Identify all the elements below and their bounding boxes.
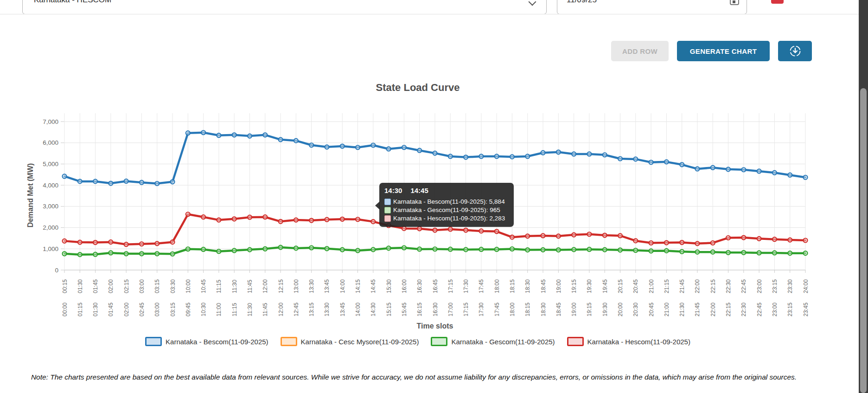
x-tick-label-start: 13:45 xyxy=(339,303,346,316)
x-tick-label-end: 22:45 xyxy=(740,279,747,293)
x-tick-label-end: 11:45 xyxy=(247,280,253,293)
data-point xyxy=(711,166,715,170)
data-point xyxy=(603,248,607,252)
x-tick-label-start: 11:15 xyxy=(231,303,238,316)
legend-label: Karnataka - Cesc Mysore(11-09-2025) xyxy=(301,338,419,346)
tooltip-swatch xyxy=(384,199,391,205)
data-point xyxy=(232,217,236,221)
data-point xyxy=(572,152,576,156)
data-point xyxy=(340,248,345,252)
x-tick-label-start: 01:45 xyxy=(108,303,114,316)
generate-chart-button[interactable]: GENERATE CHART xyxy=(677,41,770,61)
x-tick-label-end: 03:15 xyxy=(154,279,160,293)
x-tick-label-end: 21:15 xyxy=(664,279,670,293)
legend-item[interactable]: Karnataka - Gescom(11-09-2025) xyxy=(431,337,555,346)
x-tick-label-end: 18:00 xyxy=(494,279,500,293)
state-distributor-select[interactable]: Karnataka - HESCOM xyxy=(22,0,547,14)
data-point xyxy=(788,251,792,255)
x-tick-label-end: 03:00 xyxy=(139,279,145,293)
legend-swatch xyxy=(567,337,584,346)
data-point xyxy=(572,247,576,251)
data-point xyxy=(587,232,591,236)
data-point xyxy=(309,143,313,147)
data-point xyxy=(495,247,499,251)
x-tick-label-end: 11:15 xyxy=(216,280,222,293)
tooltip-rows: Karnataka - Bescom(11-09-2025): 5,884Kar… xyxy=(384,198,509,223)
data-point xyxy=(371,247,375,251)
x-tick-label-start: 15:15 xyxy=(386,303,392,316)
x-tick-label-start: 15:45 xyxy=(401,303,408,316)
data-point xyxy=(124,179,128,183)
data-point xyxy=(248,134,252,138)
data-point xyxy=(772,171,777,175)
x-tick-label-end: 16:30 xyxy=(416,279,423,293)
data-point xyxy=(78,179,82,183)
tooltip-row: Karnataka - Bescom(11-09-2025): 5,884 xyxy=(384,198,509,206)
x-tick-label-end: 14:00 xyxy=(339,279,346,293)
x-tick-label-start: 03:00 xyxy=(154,303,160,316)
chart-legend: Karnataka - Bescom(11-09-2025)Karnataka … xyxy=(0,337,836,346)
x-tick-label-start: 23:00 xyxy=(772,303,778,316)
data-point xyxy=(325,145,329,149)
x-tick-label-start: 18:15 xyxy=(524,303,531,316)
data-point xyxy=(726,236,730,240)
data-point xyxy=(309,219,313,223)
x-tick-label-end: 14:15 xyxy=(355,279,361,293)
data-point xyxy=(433,228,437,232)
data-point xyxy=(649,241,653,245)
tooltip-row: Karnataka - Gescom(11-09-2025): 965 xyxy=(384,206,509,214)
data-point xyxy=(448,247,453,251)
data-point xyxy=(556,150,561,154)
x-tick-label-end: 19:00 xyxy=(555,279,562,293)
data-point xyxy=(387,147,391,151)
data-point xyxy=(63,239,67,243)
x-tick-label-start: 21:30 xyxy=(679,303,685,316)
data-point xyxy=(695,167,699,171)
scrollbar-thumb[interactable] xyxy=(860,88,867,393)
add-row-button[interactable]: ADD ROW xyxy=(611,41,669,61)
data-point xyxy=(804,238,808,243)
series-line xyxy=(64,133,805,184)
data-point xyxy=(479,247,483,251)
data-point xyxy=(603,233,607,238)
series-line xyxy=(64,247,805,255)
tooltip-time-range: 14:3014:45 xyxy=(384,187,509,194)
data-point xyxy=(263,247,267,251)
data-point xyxy=(356,145,360,149)
y-tick-label: 3,000 xyxy=(43,203,58,210)
x-tick-label-end: 21:00 xyxy=(648,279,655,293)
data-point xyxy=(93,252,97,257)
chevron-down-icon xyxy=(529,0,536,6)
scrollbar-track[interactable] xyxy=(859,0,868,393)
x-tick-label-start: 12:45 xyxy=(293,303,300,316)
calendar-icon[interactable] xyxy=(730,0,739,5)
legend-item[interactable]: Karnataka - Cesc Mysore(11-09-2025) xyxy=(281,337,419,346)
legend-item[interactable]: Karnataka - Bescom(11-09-2025) xyxy=(145,337,268,346)
legend-label: Karnataka - Hescom(11-09-2025) xyxy=(587,338,690,346)
x-tick-label-start: 17:15 xyxy=(463,303,469,316)
data-point xyxy=(464,247,468,251)
data-point xyxy=(294,246,298,250)
x-tick-label-end: 17:45 xyxy=(478,279,485,293)
date-input[interactable]: 11/09/25 xyxy=(557,0,747,14)
data-point xyxy=(618,248,622,252)
data-point xyxy=(649,160,653,164)
y-tick-label: 1,000 xyxy=(43,245,58,252)
x-tick-label-end: 23:00 xyxy=(756,279,763,293)
data-point xyxy=(186,212,190,216)
delete-row-button[interactable] xyxy=(771,0,784,4)
x-tick-label-end: 19:30 xyxy=(586,279,593,293)
x-tick-label-start: 14:00 xyxy=(355,303,361,316)
data-point xyxy=(325,246,329,251)
data-point xyxy=(711,250,715,254)
legend-item[interactable]: Karnataka - Hescom(11-09-2025) xyxy=(567,337,690,346)
data-point xyxy=(633,238,638,243)
x-tick-label-start: 19:00 xyxy=(571,303,577,316)
x-tick-label-end: 01:45 xyxy=(92,279,99,293)
data-point xyxy=(387,246,391,250)
data-point xyxy=(356,248,360,252)
download-chart-button[interactable] xyxy=(778,41,812,61)
x-tick-label-end: 16:00 xyxy=(401,279,408,293)
x-tick-label-start: 17:45 xyxy=(494,303,500,316)
x-tick-label-start: 01:15 xyxy=(77,303,83,316)
